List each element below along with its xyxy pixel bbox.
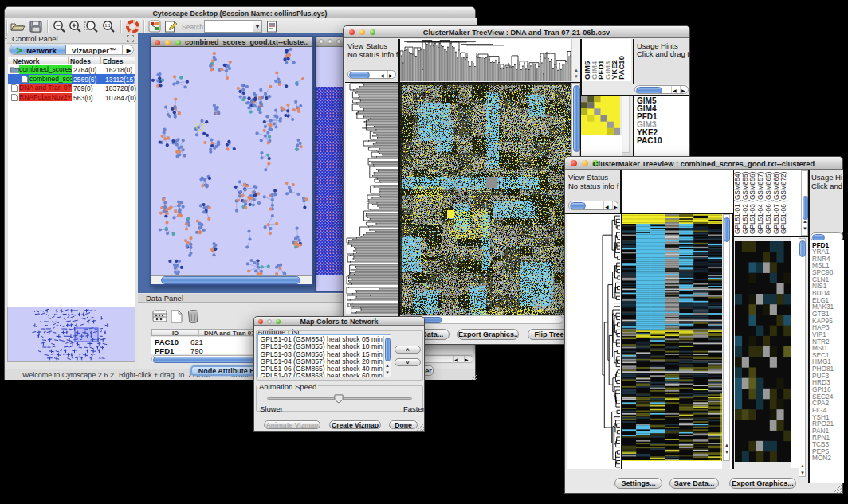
- svg-text:GPL51-07 (GSM868): GPL51-07 (GSM868): [772, 171, 780, 234]
- svg-text:1:1: 1:1: [105, 23, 111, 28]
- svg-text:GPL51-02 (GSM855): GPL51-02 (GSM855): [741, 171, 749, 234]
- svg-text:GPL51-06 (GSM865): GPL51-06 (GSM865): [764, 171, 772, 234]
- svg-text:PAC10: PAC10: [617, 56, 626, 80]
- svg-text:GPL51-03 (GSM856): GPL51-03 (GSM856): [748, 171, 756, 234]
- svg-text:GPL51-08 (GSM872): GPL51-08 (GSM872): [779, 171, 787, 234]
- svg-text:GPL51-04 (GSM857): GPL51-04 (GSM857): [756, 171, 764, 234]
- svg-text:GPL51-01 (GSM854): GPL51-01 (GSM854): [734, 171, 741, 234]
